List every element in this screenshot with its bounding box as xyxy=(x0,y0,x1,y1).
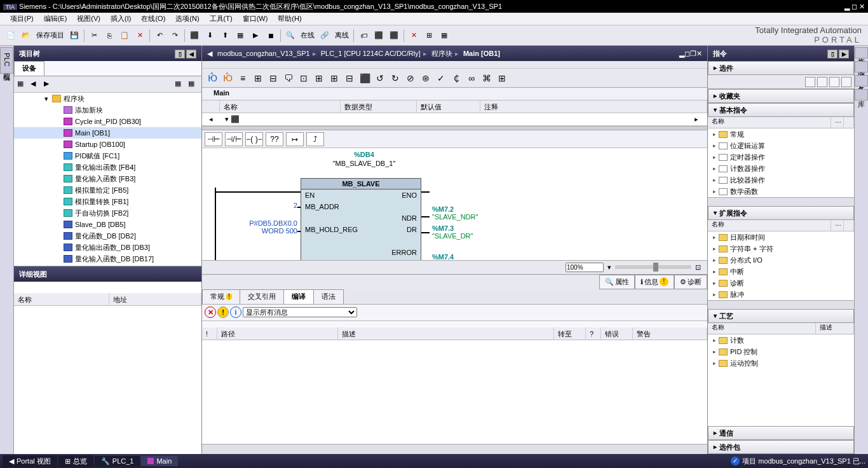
save-label[interactable]: 保存项目 xyxy=(36,31,64,40)
ed-tool-icon[interactable]: ∞ xyxy=(465,72,478,85)
ed-tool-icon[interactable]: Ю̂ xyxy=(206,72,219,85)
menu-window[interactable]: 窗口(W) xyxy=(238,13,273,25)
plc-button[interactable]: 🔧 PLC_1 xyxy=(95,456,140,467)
cut-icon[interactable]: ✂ xyxy=(87,29,101,43)
collapse-left-icon[interactable]: ◀ xyxy=(186,50,196,59)
goonline-label[interactable]: 在线 xyxy=(301,31,315,40)
open-project-icon[interactable]: 📂 xyxy=(19,29,33,43)
menu-help[interactable]: 帮助(H) xyxy=(273,13,306,25)
force-icon[interactable]: ⬛ xyxy=(372,29,386,43)
fb-box[interactable]: MB_SLAVE ENENO MB_ADDR NDR MB_HOLD_REGDR… xyxy=(301,178,421,260)
compile-tab[interactable]: 编译 xyxy=(283,289,314,304)
syntax-tab[interactable]: 语法 xyxy=(313,289,344,304)
properties-tab[interactable]: 🔍属性 xyxy=(599,275,635,289)
collapse-right-icon[interactable]: ▶ xyxy=(839,50,849,59)
ed-tool-icon[interactable]: ≡ xyxy=(236,72,249,85)
lad-contact-icon[interactable]: ⊣⊢ xyxy=(205,132,222,146)
side-tab-instructions[interactable]: 指令 xyxy=(855,47,868,59)
info-tab[interactable]: ℹ信息! xyxy=(635,275,674,289)
ed-tool-icon[interactable]: ⊟ xyxy=(343,72,356,85)
tree-tool-2-icon[interactable]: ▦ xyxy=(174,79,186,90)
hscroll[interactable] xyxy=(202,444,707,454)
zoom-fit-icon[interactable]: ⊡ xyxy=(695,263,701,272)
ed-tool-icon[interactable]: Ю̂ xyxy=(221,72,234,85)
ed-tool-icon[interactable]: ⊘ xyxy=(404,72,417,85)
download-icon[interactable]: ⬇ xyxy=(203,29,217,43)
ed-tool-icon[interactable]: ⊞ xyxy=(313,72,325,85)
instruction-item[interactable]: 诊断 xyxy=(708,277,854,289)
instruction-item[interactable]: 脉冲 xyxy=(708,289,854,300)
tree-tool-1-icon[interactable]: ▦ xyxy=(17,79,28,90)
hscroll[interactable] xyxy=(708,300,854,309)
ed-tool-icon[interactable]: ↺ xyxy=(374,72,386,85)
crossref-tab[interactable]: 交叉引用 xyxy=(240,289,284,304)
upload-icon[interactable]: ⬆ xyxy=(218,29,232,43)
ed-tool-icon[interactable]: ₵ xyxy=(450,72,463,85)
ed-tool-icon[interactable]: ⊞ xyxy=(328,72,341,85)
instruction-item[interactable]: 中断 xyxy=(708,266,854,277)
breadcrumb-collapse-icon[interactable]: ◀ xyxy=(207,50,212,57)
window-controls[interactable]: ▂ ◻ ✕ xyxy=(844,0,865,13)
editor-close-icon[interactable]: ✕ xyxy=(696,50,702,57)
ed-tool-icon[interactable]: ⊞ xyxy=(252,72,264,85)
tree-item[interactable]: 手自动切换 [FB2] xyxy=(14,207,201,219)
project-tree[interactable]: ▾程序块添加新块Cycle int_PID [OB30]Main [OB1]St… xyxy=(14,93,201,266)
instruction-item[interactable]: 日期和时间 xyxy=(708,231,854,243)
side-tab-tasks[interactable]: 任务 xyxy=(855,75,868,86)
tree-item[interactable]: Cycle int_PID [OB30] xyxy=(14,116,201,127)
menu-edit[interactable]: 编辑(E) xyxy=(39,13,72,25)
ed-tool-icon[interactable]: ⊟ xyxy=(267,72,280,85)
lad-coil-icon[interactable]: −( )− xyxy=(245,132,263,146)
gooffline-label[interactable]: 离线 xyxy=(335,31,349,40)
basic-section[interactable]: 基本指令 xyxy=(708,103,854,117)
redo-icon[interactable]: ↷ xyxy=(168,29,182,43)
back-icon[interactable]: ◀ xyxy=(30,79,41,90)
menu-view[interactable]: 视图(V) xyxy=(72,13,105,25)
paste-icon[interactable]: 📋 xyxy=(118,29,132,43)
ed-tool-icon[interactable]: ⊛ xyxy=(419,72,432,85)
menu-online[interactable]: 在线(O) xyxy=(136,13,170,25)
split-icon[interactable]: ⊞ xyxy=(422,29,436,43)
tree-item[interactable]: 量化输出函数_DB [DB3] xyxy=(14,242,201,253)
instr-tool-icon[interactable] xyxy=(841,77,851,87)
ed-tool-icon[interactable]: ⬛ xyxy=(358,72,371,85)
ed-tool-icon[interactable]: ↻ xyxy=(389,72,402,85)
instruction-item[interactable]: 位逻辑运算 xyxy=(708,140,854,151)
tree-item[interactable]: 添加新块 xyxy=(14,104,201,116)
watch-icon[interactable]: ⬛ xyxy=(387,29,401,43)
menu-insert[interactable]: 插入(I) xyxy=(105,13,136,25)
save-icon[interactable]: 💾 xyxy=(67,29,81,43)
copy-icon[interactable]: ⎘ xyxy=(102,29,116,43)
menu-tools[interactable]: 工具(T) xyxy=(205,13,238,25)
tree-item[interactable]: 量化输出函数 [FB4] xyxy=(14,162,201,173)
message-filter-select[interactable]: 显示所有消息 xyxy=(243,307,357,317)
zoom-input[interactable] xyxy=(566,263,604,272)
detail-col-name[interactable]: 名称 xyxy=(14,293,109,305)
ed-tool-icon[interactable]: ⊡ xyxy=(297,72,310,85)
warning-filter-icon[interactable]: ! xyxy=(217,306,229,318)
zoom-dropdown-icon[interactable]: ▾ xyxy=(607,263,611,272)
interface-row[interactable]: ◂ ▾ ⬛ ▸ xyxy=(202,113,707,126)
search-icon[interactable]: 🔍 xyxy=(283,29,297,43)
menu-options[interactable]: 选项(N) xyxy=(170,13,204,25)
instruction-item[interactable]: 定时器操作 xyxy=(708,151,854,163)
tech-section[interactable]: 工艺 xyxy=(708,309,854,323)
editor-max-icon[interactable]: ◻ xyxy=(684,50,690,57)
pin-icon[interactable]: ▯ xyxy=(175,50,185,59)
instr-tool-icon[interactable] xyxy=(805,77,815,87)
error-filter-icon[interactable]: ✕ xyxy=(205,306,216,318)
fwd-icon[interactable]: ▶ xyxy=(43,79,55,90)
menu-project[interactable]: 项目(P) xyxy=(5,13,39,25)
ed-tool-icon[interactable]: ⊞ xyxy=(496,72,508,85)
tree-item[interactable]: PID赋值 [FC1] xyxy=(14,150,201,162)
undo-icon[interactable]: ↶ xyxy=(153,29,166,43)
instruction-item[interactable]: 分布式 I/O xyxy=(708,254,854,266)
zoom-slider[interactable] xyxy=(615,265,691,269)
detail-col-addr[interactable]: 地址 xyxy=(109,293,201,305)
compile-icon[interactable]: ⬛ xyxy=(187,29,201,43)
ed-tool-icon[interactable]: ✓ xyxy=(435,72,447,85)
editor-restore-icon[interactable]: ❐ xyxy=(690,50,696,57)
ed-tool-icon[interactable]: 🗨 xyxy=(282,72,295,85)
side-tab-plc[interactable]: PLC 编程 xyxy=(0,47,13,74)
instruction-item[interactable]: 常规 xyxy=(708,128,854,140)
